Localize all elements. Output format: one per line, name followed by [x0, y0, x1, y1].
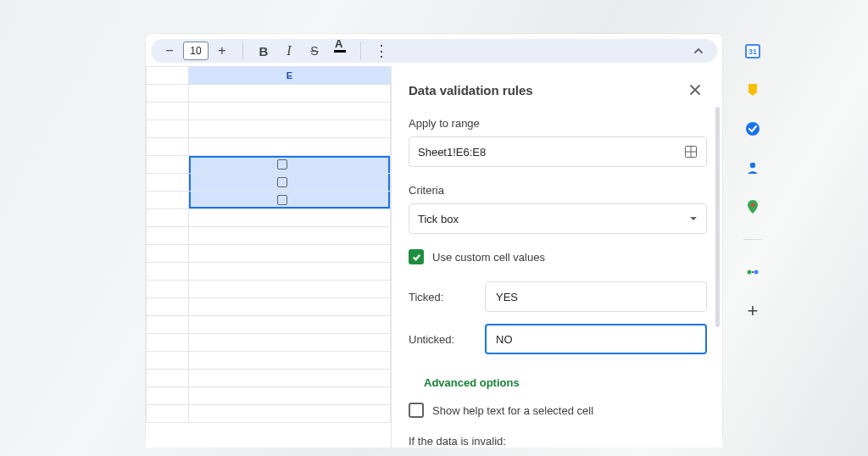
side-panel-rail: 31 +: [732, 34, 773, 441]
svg-text:31: 31: [748, 47, 757, 56]
bold-button[interactable]: B: [252, 39, 275, 63]
apply-to-range-label: Apply to range: [409, 117, 707, 130]
criteria-dropdown[interactable]: Tick box: [409, 203, 707, 234]
svg-rect-10: [752, 271, 754, 273]
close-icon: [689, 84, 701, 96]
strikethrough-button[interactable]: S: [303, 39, 326, 63]
font-size-decrease-button[interactable]: −: [158, 39, 181, 63]
italic-button[interactable]: I: [277, 39, 301, 63]
tasks-app-button[interactable]: [744, 120, 761, 137]
close-panel-button[interactable]: [683, 78, 707, 102]
checkbox-unchecked-icon: [409, 403, 424, 418]
rail-separator: [743, 239, 762, 240]
svg-point-5: [746, 122, 760, 136]
checkbox-widget[interactable]: [277, 195, 287, 205]
svg-point-8: [748, 270, 752, 275]
corner-cell[interactable]: [147, 67, 189, 85]
calendar-icon: 31: [744, 42, 761, 59]
app-frame: − 10 + B I S ⋮ E: [146, 34, 722, 441]
show-help-text-checkbox[interactable]: Show help text for a selected cell: [409, 403, 707, 418]
svg-point-6: [750, 163, 755, 168]
calendar-app-button[interactable]: 31: [744, 42, 761, 59]
formatting-toolbar: − 10 + B I S ⋮: [151, 39, 717, 63]
show-help-text-label: Show help text for a selected cell: [432, 404, 593, 417]
checkbox-checked-icon: [409, 249, 424, 264]
maps-app-button[interactable]: [744, 198, 761, 215]
checkbox-widget[interactable]: [277, 159, 287, 170]
font-size-input[interactable]: 10: [183, 42, 209, 60]
addon-icon: [745, 264, 760, 280]
ticked-value-input[interactable]: [485, 281, 707, 312]
collapse-toolbar-button[interactable]: [687, 39, 710, 63]
use-custom-values-checkbox[interactable]: Use custom cell values: [409, 249, 707, 264]
checkbox-widget[interactable]: [277, 177, 287, 187]
chevron-down-icon: [689, 216, 698, 221]
content-area: E: [146, 66, 722, 448]
range-input[interactable]: Sheet1!E6:E8: [409, 136, 707, 167]
invalid-data-label: If the data is invalid:: [409, 435, 707, 448]
text-color-icon: [334, 50, 346, 53]
panel-title: Data validation rules: [409, 83, 533, 97]
range-value: Sheet1!E6:E8: [418, 146, 486, 158]
contacts-icon: [745, 160, 760, 175]
grid-select-icon: [684, 145, 698, 158]
text-color-button[interactable]: [328, 39, 352, 63]
svg-point-9: [754, 270, 759, 275]
toolbar-separator: [242, 42, 243, 60]
add-addon-button[interactable]: +: [744, 303, 761, 320]
chevron-up-icon: [693, 46, 704, 56]
panel-scrollbar[interactable]: [715, 107, 720, 327]
keep-icon: [745, 82, 760, 97]
plus-icon: +: [748, 300, 759, 322]
toolbar-separator: [360, 42, 361, 60]
use-custom-values-label: Use custom cell values: [432, 251, 545, 264]
ticked-label: Ticked:: [409, 291, 476, 303]
criteria-value: Tick box: [418, 213, 459, 225]
unticked-value-input[interactable]: [485, 324, 707, 354]
addon-app-button[interactable]: [744, 264, 761, 281]
contacts-app-button[interactable]: [744, 159, 761, 176]
advanced-options-toggle[interactable]: Advanced options: [424, 376, 707, 389]
more-button[interactable]: ⋮: [370, 39, 393, 63]
maps-icon: [745, 199, 760, 214]
data-validation-panel: Data validation rules Apply to range She…: [392, 66, 722, 448]
criteria-label: Criteria: [409, 184, 707, 197]
spreadsheet-grid[interactable]: E: [146, 66, 392, 448]
column-header-e[interactable]: E: [189, 67, 391, 85]
svg-point-7: [751, 203, 754, 207]
font-size-increase-button[interactable]: +: [210, 39, 234, 63]
tasks-icon: [745, 121, 760, 136]
unticked-label: Unticked:: [409, 333, 476, 346]
keep-app-button[interactable]: [744, 81, 761, 98]
